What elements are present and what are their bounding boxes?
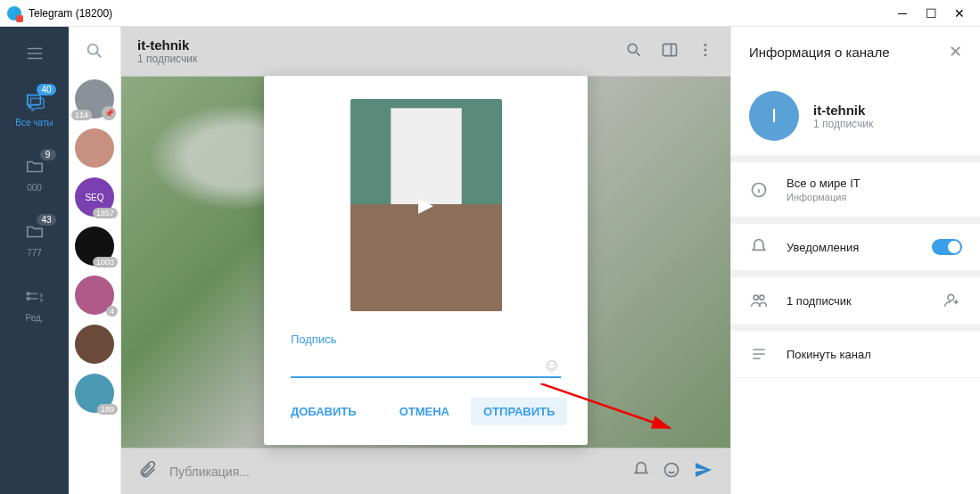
info-about[interactable]: Все о мире IT Информация xyxy=(731,162,980,224)
chat-avatar[interactable] xyxy=(75,325,114,364)
modal-overlay: ▶ Подпись ☺ ДОБАВИТЬ ОТМЕНА ОТПРАВИТЬ xyxy=(121,27,730,494)
rail-folder-000[interactable]: 9 000 xyxy=(0,151,69,196)
all-chats-label: Все чаты xyxy=(15,118,53,128)
svg-point-2 xyxy=(88,45,98,54)
search-icon[interactable] xyxy=(85,41,104,64)
close-info-icon[interactable]: ✕ xyxy=(949,42,962,62)
caption-input[interactable]: ☺ xyxy=(291,353,561,378)
rail-folder-777[interactable]: 43 777 xyxy=(0,216,69,261)
chat-avatar[interactable]: 1003 xyxy=(75,226,114,266)
media-preview[interactable]: ▶ xyxy=(350,99,502,311)
info-subscribers[interactable]: 1 подписчик xyxy=(731,277,980,331)
titlebar: Telegram (18200) ─ ☐ ✕ xyxy=(0,0,980,27)
caption-label: Подпись xyxy=(291,333,561,346)
add-button[interactable]: ДОБАВИТЬ xyxy=(291,405,357,418)
folder-badge: 43 xyxy=(37,214,55,226)
send-button[interactable]: ОТПРАВИТЬ xyxy=(471,398,567,425)
channel-name: it-tehnik xyxy=(813,103,873,118)
rail-all-chats[interactable]: 40 Все чаты xyxy=(0,86,69,131)
add-user-icon[interactable] xyxy=(943,292,962,309)
folder-badge: 9 xyxy=(40,149,56,161)
pin-icon: 📌 xyxy=(102,106,116,120)
minimize-button[interactable]: ─ xyxy=(896,7,909,20)
caption-emoji-icon[interactable]: ☺ xyxy=(543,355,561,375)
info-leave[interactable]: Покинуть канал xyxy=(731,331,980,378)
menu-icon[interactable] xyxy=(22,41,47,66)
channel-info-panel: Информация о канале ✕ I it-tehnik 1 подп… xyxy=(730,27,980,494)
channel-sub: 1 подписчик xyxy=(813,118,873,130)
chat-avatar[interactable]: 189 xyxy=(75,374,114,413)
chat-avatar[interactable]: SEQ1857 xyxy=(75,177,114,217)
edit-label: Ред. xyxy=(25,313,43,323)
svg-point-12 xyxy=(760,295,764,300)
bell-icon xyxy=(749,238,769,256)
chat-main: it-tehnik 1 подписчик Публикация... xyxy=(121,27,730,494)
svg-point-11 xyxy=(754,295,758,300)
chat-list: 📌114 SEQ1857 1003 4 189 xyxy=(69,27,121,494)
close-button[interactable]: ✕ xyxy=(953,7,966,20)
maximize-button[interactable]: ☐ xyxy=(925,7,937,20)
chat-avatar[interactable] xyxy=(75,128,114,168)
info-profile: I it-tehnik 1 подписчик xyxy=(731,77,980,162)
info-notifications[interactable]: Уведомления xyxy=(731,224,980,277)
info-icon xyxy=(749,181,769,199)
folder-label: 000 xyxy=(27,183,42,193)
notifications-toggle[interactable] xyxy=(932,239,962,255)
window-title: Telegram (18200) xyxy=(29,7,112,20)
users-icon xyxy=(749,292,769,309)
telegram-logo-icon xyxy=(7,6,21,21)
channel-avatar[interactable]: I xyxy=(749,91,799,141)
send-media-dialog: ▶ Подпись ☺ ДОБАВИТЬ ОТМЕНА ОТПРАВИТЬ xyxy=(264,76,588,445)
cancel-button[interactable]: ОТМЕНА xyxy=(399,405,449,418)
chat-avatar[interactable]: 📌114 xyxy=(75,79,114,119)
svg-point-13 xyxy=(948,294,954,301)
folder-label: 777 xyxy=(27,248,42,258)
leave-icon xyxy=(749,345,769,363)
play-icon: ▶ xyxy=(418,193,433,217)
folder-rail: 40 Все чаты 9 000 43 777 Ред. xyxy=(0,27,69,494)
rail-edit-folders[interactable]: Ред. xyxy=(0,281,69,326)
all-chats-badge: 40 xyxy=(37,84,55,95)
chat-avatar[interactable]: 4 xyxy=(75,276,114,315)
info-header: Информация о канале ✕ xyxy=(731,27,980,77)
